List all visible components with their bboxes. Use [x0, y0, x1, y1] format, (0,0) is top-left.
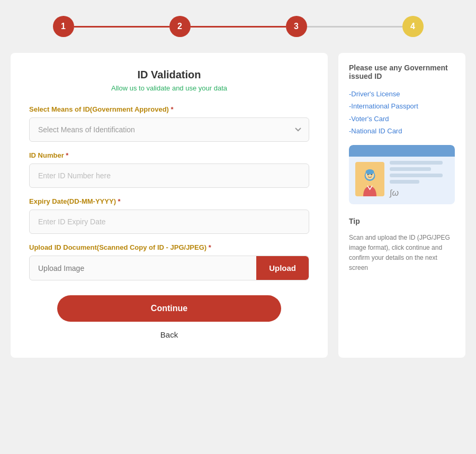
id-type-select[interactable]: Select Means of Identification Driver's …	[29, 117, 309, 142]
progress-bar: 1 2 3 4	[53, 16, 424, 37]
upload-row: Upload	[29, 256, 309, 280]
upload-text-input[interactable]	[30, 256, 256, 280]
id-card-top-bar	[349, 145, 455, 157]
id-card-lines: ∫ω	[390, 161, 448, 198]
right-panel-title: Please use any Government issued ID	[349, 63, 455, 80]
id-items-list: -Driver's License -International Passpor…	[349, 88, 455, 138]
id-item-2: -International Passport	[349, 100, 455, 112]
svg-point-4	[371, 174, 372, 175]
id-type-group: Select Means of ID(Government Approved) …	[29, 105, 309, 142]
step-3: 3	[286, 16, 307, 37]
connector-1-2	[74, 26, 169, 28]
svg-point-2	[366, 169, 374, 175]
id-line-1	[390, 161, 443, 165]
id-number-label: ID Number *	[29, 151, 309, 159]
person-svg	[358, 167, 382, 196]
step-1: 1	[53, 16, 74, 37]
id-number-input[interactable]	[29, 164, 309, 188]
id-card-body: ∫ω	[355, 161, 448, 198]
expiry-label: Expiry Date(DD-MM-YYYY) *	[29, 197, 309, 205]
id-item-3: -Voter's Card	[349, 113, 455, 125]
right-panel: Please use any Government issued ID -Dri…	[338, 53, 465, 358]
back-link[interactable]: Back	[160, 330, 178, 339]
step-2: 2	[169, 16, 191, 37]
id-line-3	[390, 174, 443, 177]
id-item-1: -Driver's License	[349, 88, 455, 100]
id-signature: ∫ω	[390, 188, 448, 198]
main-content: ID Validation Allow us to validate and u…	[11, 53, 465, 358]
upload-label: Upload ID Document(Scanned Copy of ID - …	[29, 243, 309, 251]
svg-point-3	[367, 174, 369, 175]
expiry-input[interactable]	[29, 210, 309, 234]
id-item-4: -National ID Card	[349, 125, 455, 137]
tip-text: Scan and upload the ID (JPG/JPEG image f…	[349, 233, 455, 274]
id-line-2	[390, 167, 431, 171]
left-panel: ID Validation Allow us to validate and u…	[11, 53, 328, 358]
expiry-group: Expiry Date(DD-MM-YYYY) *	[29, 197, 309, 234]
upload-group: Upload ID Document(Scanned Copy of ID - …	[29, 243, 309, 280]
tip-title: Tip	[349, 217, 455, 225]
id-line-4	[390, 180, 419, 184]
id-type-label: Select Means of ID(Government Approved) …	[29, 105, 309, 113]
id-card-illustration: ∫ω	[349, 145, 455, 204]
step-4: 4	[402, 16, 424, 37]
continue-button[interactable]: Continue	[57, 295, 281, 322]
page-subtitle: Allow us to validate and use your data	[111, 84, 227, 92]
id-number-group: ID Number *	[29, 151, 309, 188]
connector-3-4	[307, 26, 402, 28]
page-title: ID Validation	[137, 69, 201, 81]
id-card-photo	[355, 162, 384, 196]
upload-button[interactable]: Upload	[256, 256, 309, 280]
connector-2-3	[191, 26, 286, 28]
